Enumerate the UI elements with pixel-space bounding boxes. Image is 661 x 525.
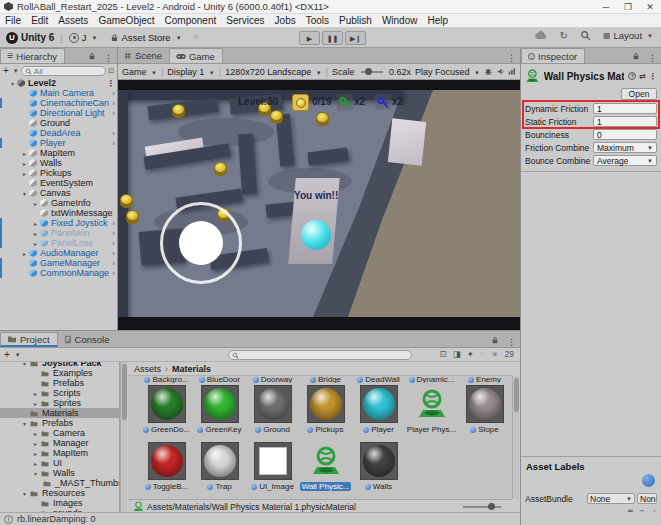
chevron-right-icon[interactable]: › — [112, 99, 115, 108]
debug-bug-icon[interactable] — [484, 67, 493, 76]
breadcrumb-assets[interactable]: Assets — [134, 364, 161, 374]
search-icon[interactable] — [580, 30, 591, 41]
unity-version-badge[interactable]: U Unity 6 — [6, 32, 54, 44]
tab-project[interactable]: Project — [0, 332, 58, 347]
game-viewport[interactable]: You win!! Level:30 0/19 x2 x2 — [118, 80, 520, 330]
chevron-right-icon[interactable]: › — [112, 249, 115, 258]
hierarchy-item[interactable]: DeadArea› — [0, 128, 117, 138]
project-folder[interactable]: ▸Manager — [0, 438, 119, 448]
resolution-dropdown[interactable]: 1280x720 Landscape ▼ — [225, 67, 322, 77]
hierarchy-item[interactable]: txtWinMessage — [0, 208, 117, 218]
menu-gameobject[interactable]: GameObject — [98, 15, 154, 26]
hierarchy-item[interactable]: ▸Fixed Joystick› — [0, 218, 117, 228]
project-folder[interactable]: ▸Scripts — [0, 388, 119, 398]
menu-file[interactable]: File — [5, 15, 21, 26]
foldout-icon[interactable]: ▸ — [31, 240, 40, 247]
kebab-menu-icon[interactable]: ⋮ — [100, 53, 117, 63]
account-menu[interactable]: J▼ — [69, 32, 98, 43]
add-asset-button[interactable]: + — [4, 350, 10, 360]
foldout-icon[interactable]: ▸ — [20, 250, 29, 257]
menu-component[interactable]: Component — [165, 15, 217, 26]
asset-item-selected[interactable]: Wall Physic... — [299, 442, 352, 491]
static-friction-field[interactable]: 1 — [593, 116, 657, 127]
cloud-icon[interactable] — [534, 31, 548, 40]
chevron-right-icon[interactable]: › — [112, 259, 115, 268]
asset-item[interactable]: GreenKey — [193, 385, 246, 434]
kebab-menu-icon[interactable]: ⋮ — [644, 53, 661, 63]
hierarchy-item-scene[interactable]: ▾Level2⋮ — [0, 78, 117, 88]
minimize-button[interactable]: ─ — [595, 2, 617, 12]
project-folder[interactable]: _MAST_Thumbnails — [0, 478, 119, 488]
presets-icon[interactable]: ⇄ — [639, 72, 646, 81]
chevron-right-icon[interactable]: › — [112, 89, 115, 98]
breadcrumb-materials[interactable]: Materials — [172, 364, 211, 374]
foldout-icon[interactable]: ▾ — [20, 190, 29, 197]
menu-edit[interactable]: Edit — [31, 15, 48, 26]
tab-console[interactable]: Console — [58, 332, 117, 347]
project-search-input[interactable] — [228, 350, 412, 360]
project-folder[interactable]: Images — [0, 498, 119, 508]
asset-item[interactable]: Ground — [246, 385, 299, 434]
asset-item[interactable]: GreenDo... — [140, 385, 193, 434]
chevron-right-icon[interactable]: › — [112, 269, 115, 278]
kebab-menu-icon[interactable]: ⋮ — [503, 337, 520, 347]
asset-store-button[interactable]: Asset Store▼ — [110, 32, 182, 43]
hierarchy-item[interactable]: ▸MapItem — [0, 148, 117, 158]
project-folder[interactable]: Prefabs — [0, 378, 119, 388]
chevron-right-icon[interactable]: › — [112, 129, 115, 138]
asset-item[interactable]: UI_Image — [246, 442, 299, 491]
hierarchy-item[interactable]: CommonManage› — [0, 268, 117, 278]
project-folder[interactable]: ▸Camera — [0, 428, 119, 438]
bounciness-field[interactable]: 0 — [593, 129, 657, 140]
project-folder-selected[interactable]: Materials — [0, 408, 119, 418]
play-focused-dropdown[interactable]: Play Focused ▼ — [415, 67, 480, 77]
asset-item[interactable]: Slope — [458, 385, 511, 434]
help-icon[interactable]: ? — [628, 72, 636, 80]
hidden-count-icon[interactable]: ◌ — [480, 349, 485, 359]
scale-slider[interactable] — [361, 71, 383, 73]
menu-window[interactable]: Window — [382, 15, 418, 26]
play-button[interactable]: ▶ — [299, 31, 320, 45]
asset-item[interactable]: Player Phys... — [405, 385, 458, 434]
hierarchy-item[interactable]: Player› — [0, 138, 117, 148]
lock-icon[interactable] — [491, 336, 499, 345]
project-folder[interactable]: Examples — [0, 368, 119, 378]
display-dropdown[interactable]: Display 1 ▼ — [167, 67, 214, 77]
hierarchy-item[interactable]: Main Camera› — [0, 88, 117, 98]
add-gameobject-button[interactable]: + — [3, 66, 9, 76]
asset-item[interactable]: Player — [352, 385, 405, 434]
menu-tools[interactable]: Tools — [306, 15, 329, 26]
bounce-combine-dropdown[interactable]: Average▼ — [593, 155, 657, 166]
hierarchy-item[interactable]: ▸Walls — [0, 158, 117, 168]
menu-jobs[interactable]: Jobs — [275, 15, 296, 26]
foldout-icon[interactable]: ▸ — [31, 220, 40, 227]
hierarchy-item[interactable]: ▸GameInfo — [0, 198, 117, 208]
hierarchy-item[interactable]: CinemachineCan› — [0, 98, 117, 108]
add-dropdown-icon[interactable]: ▼ — [15, 352, 21, 358]
stats-icon[interactable] — [508, 67, 516, 76]
tab-hierarchy[interactable]: ☰ Hierarchy — [0, 48, 65, 63]
step-button[interactable]: ▶❙ — [345, 31, 366, 45]
hierarchy-item[interactable]: ▸PanelWin› — [0, 228, 117, 238]
chevron-right-icon[interactable]: › — [112, 239, 115, 248]
kebab-menu-icon[interactable]: ⋮ — [649, 72, 657, 81]
dynamic-friction-field[interactable]: 1 — [593, 103, 657, 114]
open-button[interactable]: Open — [621, 88, 657, 100]
asset-item[interactable]: ToggleB... — [140, 442, 193, 491]
foldout-icon[interactable]: ▾ — [8, 80, 17, 87]
hierarchy-item[interactable]: GameManager› — [0, 258, 117, 268]
asset-item[interactable]: Pickups — [299, 385, 352, 434]
maximize-button[interactable]: ❐ — [617, 2, 639, 12]
chevron-right-icon[interactable]: › — [112, 229, 115, 238]
foldout-icon[interactable]: ▸ — [31, 200, 40, 207]
add-dropdown-icon[interactable]: ▼ — [13, 68, 19, 74]
display-target-dropdown[interactable]: Game ▼ — [122, 67, 157, 77]
foldout-icon[interactable]: ▸ — [31, 230, 40, 237]
hierarchy-search-input[interactable]: All — [21, 66, 106, 76]
kebab-menu-icon[interactable]: ⋮ — [107, 79, 115, 88]
virtual-joystick-knob[interactable] — [179, 221, 223, 265]
layout-dropdown[interactable]: ▦ Layout▼ — [603, 30, 653, 41]
grid-scrollbar[interactable] — [512, 376, 519, 499]
version-control-icon[interactable]: ⑂ — [194, 33, 199, 42]
close-button[interactable]: ✕ — [639, 2, 661, 12]
